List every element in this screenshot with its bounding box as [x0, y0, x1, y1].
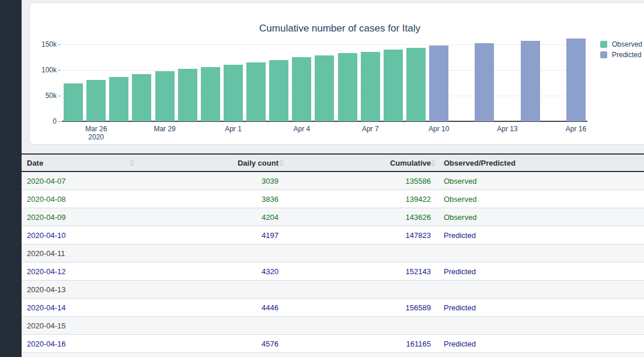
bar-2020-03-27-observed[interactable] — [109, 77, 128, 121]
cell-daily-count — [139, 244, 285, 262]
cell-daily-count: 4446 — [139, 299, 285, 316]
cell-date: 2020-04-10 — [22, 226, 139, 244]
table-row-2020-04-09: 2020-04-094204143626Observed — [22, 208, 644, 226]
chart-title: Cumulative number of cases for Italy — [30, 23, 644, 34]
y-tick-mark — [58, 121, 61, 122]
cell-observed-predicted: Observed — [437, 172, 644, 190]
sort-icon[interactable] — [431, 159, 436, 166]
sort-icon[interactable] — [279, 159, 284, 166]
legend-label: Predicted — [612, 51, 642, 59]
bar-2020-04-12-predicted[interactable] — [475, 43, 494, 121]
cell-observed-predicted — [437, 353, 644, 357]
cell-cumulative: 143626 — [285, 208, 437, 226]
bar-slot-2020-04-06 — [336, 38, 359, 121]
cell-cumulative: 135586 — [285, 172, 437, 190]
bar-2020-04-03-observed[interactable] — [269, 60, 288, 121]
bar-2020-03-29-observed[interactable] — [155, 71, 175, 121]
bar-slot-2020-03-31 — [199, 38, 222, 121]
cell-cumulative — [285, 317, 437, 334]
bar-slot-2020-03-26 — [85, 38, 107, 121]
column-header-observed-predicted: Observed/Predicted — [437, 155, 644, 171]
sort-icon[interactable] — [130, 159, 134, 166]
bar-slot-2020-04-04 — [290, 38, 313, 121]
cell-date: 2020-04-17 — [22, 353, 139, 357]
column-header-daily-count[interactable]: Daily count — [139, 155, 285, 171]
cell-cumulative: 156589 — [285, 299, 437, 316]
table-row-2020-04-07: 2020-04-073039135586Observed — [22, 172, 644, 190]
bar-2020-03-26-observed[interactable] — [86, 80, 106, 121]
bar-slot-2020-03-29 — [154, 38, 176, 121]
table-row-2020-04-13: 2020-04-13 — [22, 281, 644, 299]
bar-2020-04-06-observed[interactable] — [338, 53, 357, 121]
bar-2020-04-01-observed[interactable] — [224, 65, 243, 121]
bar-2020-04-09-observed[interactable] — [406, 48, 426, 121]
x-tick-label: Mar 262020 — [85, 125, 107, 141]
bar-slot-2020-04-11 — [450, 38, 473, 121]
cell-observed-predicted: Predicted — [437, 335, 644, 352]
cell-date: 2020-04-11 — [22, 244, 139, 262]
table-row-2020-04-14: 2020-04-144446156589Predicted — [22, 299, 644, 317]
bar-2020-04-05-observed[interactable] — [315, 55, 334, 121]
cell-observed-predicted — [437, 317, 644, 334]
bar-slot-2020-04-13 — [496, 38, 518, 121]
y-tick-label: 100k — [33, 66, 57, 74]
bar-slot-2020-04-14 — [519, 38, 542, 121]
bar-2020-04-02-observed[interactable] — [246, 62, 266, 121]
bar-slot-2020-04-03 — [267, 38, 290, 121]
bar-2020-03-30-observed[interactable] — [178, 69, 197, 121]
cell-cumulative: 139422 — [285, 190, 437, 208]
bar-2020-03-28-observed[interactable] — [132, 74, 151, 121]
legend-label: Observed — [612, 40, 642, 48]
cell-date: 2020-04-14 — [22, 299, 139, 316]
x-tick-label: Apr 7 — [362, 125, 379, 133]
bar-2020-03-31-observed[interactable] — [201, 67, 220, 121]
y-tick-label: 50k — [33, 92, 57, 100]
bar-slot-2020-03-30 — [176, 38, 199, 121]
legend-item-observed[interactable]: Observed — [600, 39, 642, 50]
y-tick-label: 150k — [33, 40, 57, 48]
y-tick-label: 0 — [33, 117, 57, 125]
x-tick-label: Apr 16 — [566, 125, 586, 133]
bar-2020-03-25-observed[interactable] — [64, 83, 83, 121]
cell-daily-count: 4576 — [139, 335, 285, 352]
cell-daily-count — [139, 317, 285, 334]
table-row-2020-04-08: 2020-04-083836139422Observed — [22, 190, 644, 208]
table-row-2020-04-15: 2020-04-15 — [22, 317, 644, 335]
bar-slot-2020-04-10 — [427, 38, 450, 121]
bar-slot-2020-04-09 — [405, 38, 427, 121]
cell-daily-count: 4204 — [139, 208, 285, 226]
table-row-2020-04-10: 2020-04-104197147823Predicted — [22, 226, 644, 244]
column-header-date[interactable]: Date — [22, 155, 139, 171]
cell-daily-count — [139, 353, 285, 357]
bar-2020-04-07-observed[interactable] — [361, 52, 380, 121]
column-header-cumulative[interactable]: Cumulative — [285, 155, 437, 171]
sidebar — [0, 0, 22, 357]
cell-date: 2020-04-13 — [22, 281, 139, 298]
cell-cumulative: 152143 — [285, 262, 437, 280]
bar-2020-04-08-observed[interactable] — [384, 50, 403, 121]
bar-2020-04-16-predicted[interactable] — [566, 38, 586, 121]
bar-2020-04-04-observed[interactable] — [292, 57, 311, 121]
column-header-cumulative-label: Cumulative — [390, 159, 431, 167]
bar-2020-04-10-predicted[interactable] — [429, 46, 448, 121]
table-row-2020-04-12: 2020-04-124320152143Predicted — [22, 262, 644, 281]
x-tick-label: Apr 4 — [294, 125, 311, 133]
table-row-2020-04-16: 2020-04-164576161165Predicted — [22, 335, 644, 353]
y-tick-mark — [58, 44, 61, 45]
table-header-row: Date Daily count Cumulative Observed/Pre… — [22, 153, 644, 172]
table-body: 2020-04-073039135586Observed2020-04-0838… — [22, 172, 644, 357]
cell-observed-predicted — [437, 244, 644, 262]
cell-observed-predicted: Predicted — [437, 299, 644, 316]
cell-observed-predicted: Observed — [437, 208, 644, 226]
bar-slot-2020-04-12 — [473, 38, 496, 121]
bar-2020-04-14-predicted[interactable] — [521, 41, 540, 121]
cell-date: 2020-04-16 — [22, 335, 139, 352]
cell-cumulative: 161165 — [285, 335, 437, 352]
x-tick-label: Apr 1 — [225, 125, 242, 133]
legend-item-predicted[interactable]: Predicted — [600, 50, 642, 60]
cell-date: 2020-04-07 — [22, 172, 139, 190]
cell-daily-count: 3836 — [139, 190, 285, 208]
x-tick-label: Mar 29 — [154, 125, 175, 133]
table-row-2020-04-11: 2020-04-11 — [22, 244, 644, 262]
bar-slot-2020-04-02 — [245, 38, 267, 121]
